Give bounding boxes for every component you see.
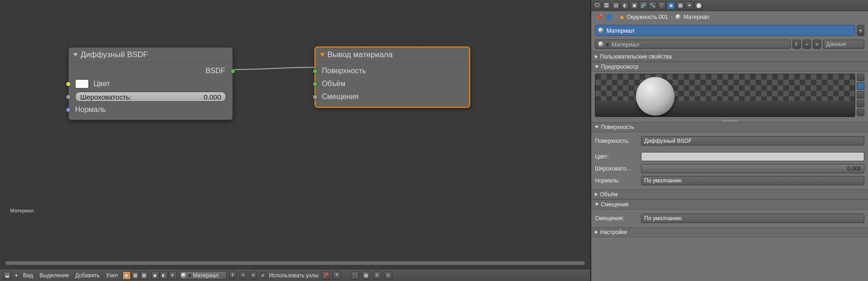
dropdown-icon[interactable]: ▾ [606, 41, 609, 48]
surface-shader-field[interactable]: Диффузный BSDF [641, 136, 864, 146]
node-material-output[interactable]: Вывод материала Поверхность Объём Смещен… [315, 47, 470, 107]
color-label: Цвет: [595, 153, 638, 160]
link-type-button[interactable]: Данные [823, 40, 864, 49]
menu-view[interactable]: Вид [21, 272, 35, 279]
material-icon [676, 14, 681, 20]
panel-preview[interactable]: Предпросмотр [591, 62, 868, 72]
shader-type-object-icon[interactable]: ◉ [151, 271, 159, 280]
node-header[interactable]: Вывод материала [315, 47, 469, 63]
tab-scene-icon[interactable]: ▤ [612, 1, 620, 10]
shader-type-world-icon[interactable]: ◐ [160, 271, 168, 280]
pin-button[interactable]: 📌 [321, 271, 330, 280]
input-displacement: Смещения [315, 90, 469, 103]
socket-in-displacement[interactable] [313, 94, 318, 100]
panel-custom-props[interactable]: Пользовательские свойства [591, 52, 868, 62]
tree-type-texture-icon[interactable]: ▩ [140, 271, 148, 280]
material-slot[interactable]: Материал [595, 25, 855, 36]
output-bsdf: BSDF [69, 64, 233, 77]
node-header[interactable]: Диффузный BSDF [69, 47, 233, 63]
preview-type-monkey-icon[interactable] [857, 100, 864, 107]
copy-nodes-button[interactable]: ⎘ [373, 271, 381, 280]
socket-in-surface[interactable] [313, 69, 318, 74]
tab-material-icon[interactable]: ◉ [667, 1, 675, 10]
paste-nodes-button[interactable]: ⎗ [384, 271, 392, 280]
snap-type-button[interactable]: ▦ [362, 271, 370, 280]
tab-modifiers-icon[interactable]: 🔧 [648, 1, 657, 10]
go-parent-button[interactable]: ↰ [332, 271, 341, 280]
socket-in-volume[interactable] [313, 82, 318, 87]
use-nodes-checkbox[interactable]: ✔ [260, 272, 266, 279]
disclose-icon [595, 203, 599, 206]
socket-in-color[interactable] [66, 82, 71, 87]
input-normal: Нормаль [69, 103, 233, 116]
tab-constraints-icon[interactable]: 🔗 [639, 1, 647, 10]
preview-type-sphere-icon[interactable] [857, 82, 864, 90]
node-diffuse-bsdf[interactable]: Диффузный BSDF BSDF Цвет Шероховатость: … [68, 47, 233, 120]
expand-icon[interactable]: ▾ [14, 271, 18, 280]
color-swatch[interactable] [75, 79, 89, 88]
socket-in-roughness[interactable] [66, 94, 71, 100]
material-preview[interactable] [595, 74, 855, 117]
menu-add[interactable]: Добавить [73, 272, 101, 279]
input-roughness: Шероховатость: 0.000 [69, 90, 233, 103]
roughness-field[interactable]: 0.000 [641, 164, 864, 173]
panel-volume[interactable]: Объём [591, 189, 868, 199]
unlink-button[interactable]: ✕ [813, 40, 821, 49]
disclose-icon [595, 230, 598, 234]
surface-label: Поверхность: [595, 138, 638, 144]
tab-particles-icon[interactable]: ✦ [685, 1, 693, 10]
material-icon [598, 28, 604, 33]
collapse-icon[interactable] [73, 53, 78, 57]
node-editor[interactable]: Диффузный BSDF BSDF Цвет Шероховатость: … [0, 0, 590, 281]
normal-label: Нормаль: [595, 177, 638, 184]
snap-button[interactable]: ⬚ [351, 271, 359, 280]
breadcrumb: 📌 👤 › ◆ Окружность.001 › Материал [591, 11, 868, 23]
shader-type-line-icon[interactable]: ☀ [169, 271, 177, 280]
tab-object-icon[interactable]: ▣ [630, 1, 638, 10]
dropdown-icon[interactable]: ▾ [188, 272, 191, 279]
horizontal-scrollbar[interactable] [6, 261, 585, 265]
socket-out-bsdf[interactable] [230, 69, 235, 74]
tab-data-icon[interactable]: ▽ [658, 1, 666, 10]
material-id-field[interactable]: ▾ Материал [180, 271, 227, 280]
tab-render-layers-icon[interactable]: 🖼 [602, 1, 611, 10]
material-id-browse[interactable]: ▾ Материал [595, 40, 791, 49]
input-surface: Поверхность [315, 64, 469, 77]
breadcrumb-object[interactable]: Окружность.001 [627, 14, 668, 20]
input-color: Цвет [69, 77, 233, 90]
tab-physics-icon[interactable]: ⬤ [694, 1, 703, 10]
new-material-button[interactable]: + [803, 40, 811, 49]
input-volume: Объём [315, 77, 469, 90]
preview-type-cube-icon[interactable] [857, 91, 864, 99]
panel-surface[interactable]: Поверхность [591, 122, 868, 132]
add-material-button[interactable]: + [239, 271, 247, 280]
menu-node[interactable]: Узел [104, 272, 120, 279]
preview-type-hair-icon[interactable] [857, 109, 864, 116]
tree-type-shader-icon[interactable]: ◉ [122, 271, 131, 280]
collapse-icon[interactable] [320, 53, 325, 57]
tab-texture-icon[interactable]: ▩ [676, 1, 684, 10]
roughness-slider[interactable]: Шероховатость: 0.000 [75, 92, 226, 102]
node-title: Диффузный BSDF [81, 50, 148, 59]
color-field[interactable] [641, 152, 864, 161]
panel-displacement[interactable]: Смещения [591, 199, 868, 210]
editor-type-icon[interactable]: ⬓ [3, 271, 11, 280]
tab-world-icon[interactable]: ◐ [621, 1, 629, 10]
pin-icon[interactable]: 📌 [596, 14, 603, 20]
fake-user-button[interactable]: F [229, 271, 237, 280]
add-slot-button[interactable]: + [857, 25, 864, 36]
tab-render-icon[interactable]: 🖵 [593, 1, 601, 10]
panel-settings[interactable]: Настройки [591, 227, 868, 237]
breadcrumb-scene-icon: 👤 [606, 14, 612, 20]
normal-field[interactable]: По умолчанию [641, 176, 864, 185]
menu-select[interactable]: Выделение [38, 272, 71, 279]
tree-type-compositor-icon[interactable]: ▦ [131, 271, 140, 280]
socket-in-normal[interactable] [66, 107, 71, 112]
displacement-field[interactable]: По умолчанию [641, 214, 864, 223]
preview-type-flat-icon[interactable] [857, 74, 864, 81]
properties-header-tabs: 🖵 🖼 ▤ ◐ ▣ 🔗 🔧 ▽ ◉ ▩ ✦ ⬤ [591, 0, 868, 11]
use-nodes-label: Использовать узлы [269, 272, 319, 279]
fake-user-button[interactable]: F [792, 40, 801, 49]
unlink-material-button[interactable]: ✕ [250, 271, 257, 280]
breadcrumb-material[interactable]: Материал [684, 14, 710, 20]
